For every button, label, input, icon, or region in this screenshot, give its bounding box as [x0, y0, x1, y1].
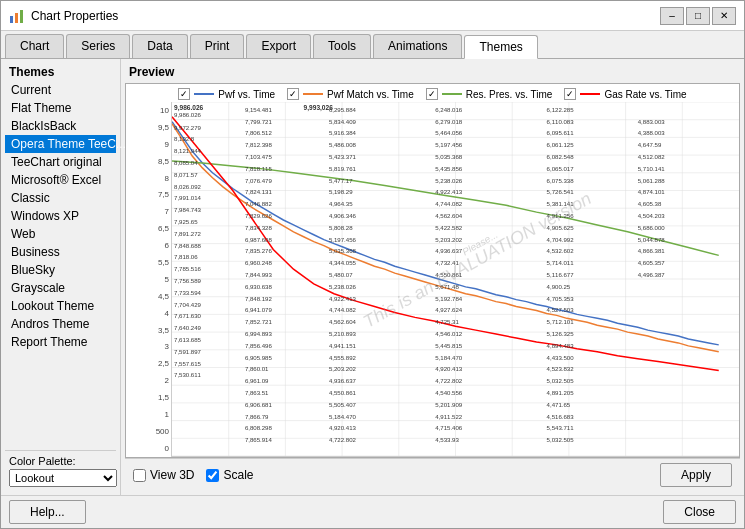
theme-business[interactable]: Business	[5, 243, 116, 261]
svg-rect-1	[15, 13, 18, 23]
svg-text:5,203.202: 5,203.202	[329, 367, 357, 373]
svg-text:4,550.861: 4,550.861	[329, 390, 357, 396]
theme-report[interactable]: Report Theme	[5, 333, 116, 351]
tab-themes[interactable]: Themes	[464, 35, 537, 59]
theme-teechart[interactable]: TeeChart original	[5, 153, 116, 171]
svg-text:5,477.17: 5,477.17	[329, 178, 353, 184]
svg-text:7,829.626: 7,829.626	[245, 213, 273, 219]
theme-opera[interactable]: Opera Theme TeeC...	[5, 135, 116, 153]
apply-button[interactable]: Apply	[660, 463, 732, 487]
svg-text:6,961.09: 6,961.09	[245, 378, 269, 384]
theme-lookout[interactable]: Lookout Theme	[5, 297, 116, 315]
svg-text:7,844.993: 7,844.993	[245, 272, 273, 278]
svg-text:5,210.893: 5,210.893	[329, 331, 357, 337]
svg-text:6,930.638: 6,930.638	[245, 284, 273, 290]
svg-text:5,916.384: 5,916.384	[329, 131, 357, 137]
svg-text:7,860.01: 7,860.01	[245, 367, 269, 373]
svg-text:8,071.57: 8,071.57	[174, 172, 198, 178]
svg-text:6,987.608: 6,987.608	[245, 237, 273, 243]
tab-data[interactable]: Data	[132, 34, 187, 58]
color-palette-select[interactable]: Lookout Default Pastel	[9, 469, 117, 487]
svg-text:5,032.505: 5,032.505	[547, 437, 575, 443]
svg-text:5,464.056: 5,464.056	[435, 131, 463, 137]
svg-text:4,605.357: 4,605.357	[638, 260, 666, 266]
close-window-button[interactable]: ✕	[712, 7, 736, 25]
tab-print[interactable]: Print	[190, 34, 245, 58]
title-controls: – □ ✕	[660, 7, 736, 25]
view3d-label: View 3D	[150, 468, 194, 482]
theme-flat[interactable]: Flat Theme	[5, 99, 116, 117]
svg-text:7,076.479: 7,076.479	[245, 178, 273, 184]
svg-text:7,103.475: 7,103.475	[245, 154, 273, 160]
help-button[interactable]: Help...	[9, 500, 86, 524]
scale-checkbox[interactable]	[206, 469, 219, 482]
legend-item-pwfmatch: ✓ Pwf Match vs. Time	[287, 88, 414, 100]
svg-text:7,785.516: 7,785.516	[174, 266, 202, 272]
svg-text:4,512.082: 4,512.082	[638, 154, 666, 160]
svg-text:5,686.000: 5,686.000	[638, 225, 666, 231]
theme-blackisback[interactable]: BlackIsBack	[5, 117, 116, 135]
svg-text:4,936.637: 4,936.637	[435, 249, 463, 255]
theme-winxp[interactable]: Windows XP	[5, 207, 116, 225]
svg-text:5,710.141: 5,710.141	[638, 166, 666, 172]
svg-text:6,279.018: 6,279.018	[435, 119, 463, 125]
svg-text:7,984.743: 7,984.743	[174, 207, 202, 213]
svg-text:7,865.914: 7,865.914	[245, 437, 273, 443]
tab-chart[interactable]: Chart	[5, 34, 64, 58]
legend-item-pwf: ✓ Pwf vs. Time	[178, 88, 275, 100]
tab-series[interactable]: Series	[66, 34, 130, 58]
legend-line-pwf	[194, 93, 214, 95]
svg-text:6,248.016: 6,248.016	[435, 107, 463, 113]
svg-text:6,941.079: 6,941.079	[245, 308, 273, 314]
legend-checkbox-pwf[interactable]: ✓	[178, 88, 190, 100]
svg-text:6,075.338: 6,075.338	[547, 178, 575, 184]
svg-text:4,744.082: 4,744.082	[329, 308, 357, 314]
svg-text:5,198.29: 5,198.29	[329, 190, 353, 196]
svg-text:4,471.65: 4,471.65	[547, 402, 571, 408]
themes-label: Themes	[5, 63, 116, 81]
svg-text:7,806.512: 7,806.512	[245, 131, 273, 137]
svg-text:7,704.429: 7,704.429	[174, 302, 202, 308]
chart-legend: ✓ Pwf vs. Time ✓ Pwf Match vs. Time ✓	[126, 84, 739, 102]
close-button[interactable]: Close	[663, 500, 736, 524]
svg-text:5,032.505: 5,032.505	[547, 378, 575, 384]
svg-text:5,480.07: 5,480.07	[329, 272, 353, 278]
svg-text:7,848.688: 7,848.688	[174, 243, 202, 249]
chart-plot: 9,986.026 9,972.279 8,192.8 8,121.944 8,…	[171, 102, 739, 457]
svg-text:6,906.681: 6,906.681	[245, 402, 273, 408]
theme-grayscale[interactable]: Grayscale	[5, 279, 116, 297]
chart-frame: ✓ Pwf vs. Time ✓ Pwf Match vs. Time ✓	[126, 84, 739, 457]
tab-tools[interactable]: Tools	[313, 34, 371, 58]
title-bar: Chart Properties – □ ✕	[1, 1, 744, 31]
theme-andros[interactable]: Andros Theme	[5, 315, 116, 333]
preview-label: Preview	[125, 63, 740, 83]
svg-text:4,705.353: 4,705.353	[547, 296, 575, 302]
svg-text:4,920.413: 4,920.413	[435, 367, 463, 373]
theme-current[interactable]: Current	[5, 81, 116, 99]
svg-text:5,035.368: 5,035.368	[329, 249, 357, 255]
view3d-checkbox[interactable]	[133, 469, 146, 482]
legend-label-pwfmatch: Pwf Match vs. Time	[327, 89, 414, 100]
theme-classic[interactable]: Classic	[5, 189, 116, 207]
svg-text:4,911.522: 4,911.522	[435, 414, 463, 420]
tab-export[interactable]: Export	[246, 34, 311, 58]
svg-text:5,834.409: 5,834.409	[329, 119, 357, 125]
scale-label: Scale	[223, 468, 253, 482]
svg-text:5,184.470: 5,184.470	[435, 355, 463, 361]
maximize-button[interactable]: □	[686, 7, 710, 25]
svg-text:6,065.017: 6,065.017	[547, 166, 575, 172]
svg-text:4,715.406: 4,715.406	[435, 426, 463, 432]
svg-text:5,445.815: 5,445.815	[435, 343, 463, 349]
tab-animations[interactable]: Animations	[373, 34, 462, 58]
minimize-button[interactable]: –	[660, 7, 684, 25]
legend-checkbox-gasrate[interactable]: ✓	[564, 88, 576, 100]
legend-label-pwf: Pwf vs. Time	[218, 89, 275, 100]
svg-text:5,238.026: 5,238.026	[435, 178, 463, 184]
svg-text:5,197.456: 5,197.456	[435, 142, 463, 148]
theme-web[interactable]: Web	[5, 225, 116, 243]
legend-checkbox-pwfmatch[interactable]: ✓	[287, 88, 299, 100]
svg-text:6,122.285: 6,122.285	[547, 107, 575, 113]
theme-excel[interactable]: Microsoft® Excel	[5, 171, 116, 189]
legend-checkbox-respres[interactable]: ✓	[426, 88, 438, 100]
theme-bluesky[interactable]: BlueSky	[5, 261, 116, 279]
